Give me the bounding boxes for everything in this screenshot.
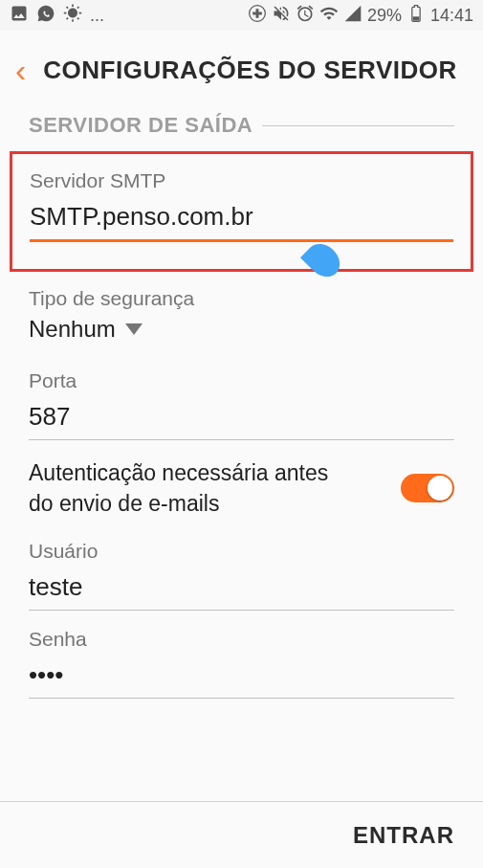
time: 14:41 xyxy=(430,6,473,26)
auth-toggle[interactable] xyxy=(401,474,454,502)
password-input[interactable] xyxy=(29,657,454,699)
footer-bar: ENTRAR xyxy=(0,801,483,868)
enter-button[interactable]: ENTRAR xyxy=(353,822,454,849)
user-label: Usuário xyxy=(29,540,454,563)
back-icon[interactable]: ‹ xyxy=(15,54,26,86)
port-input[interactable] xyxy=(29,398,454,440)
ellipsis: ... xyxy=(90,6,104,26)
status-bar: ... 29% 14:41 xyxy=(0,0,483,31)
section-header: SERVIDOR DE SAÍDA xyxy=(29,113,454,138)
status-left: ... xyxy=(10,4,104,28)
wifi-icon xyxy=(319,4,339,28)
user-input[interactable] xyxy=(29,568,454,611)
security-field: Tipo de segurança Nenhum xyxy=(29,287,454,343)
highlighted-smtp-box: Servidor SMTP xyxy=(10,151,473,272)
user-field: Usuário xyxy=(29,540,454,611)
smtp-input[interactable] xyxy=(30,198,453,242)
plus-circle-icon xyxy=(248,4,267,28)
mute-icon xyxy=(272,4,291,28)
battery-percent: 29% xyxy=(367,6,402,26)
app-header: ‹ CONFIGURAÇÕES DO SERVIDOR xyxy=(0,31,483,105)
port-field: Porta xyxy=(29,369,454,440)
svg-rect-0 xyxy=(413,16,420,20)
content: SERVIDOR DE SAÍDA Servidor SMTP Tipo de … xyxy=(0,113,483,699)
signal-icon xyxy=(343,4,362,28)
security-value: Nenhum xyxy=(29,316,116,343)
battery-icon xyxy=(406,4,426,28)
page-title: CONFIGURAÇÕES DO SERVIDOR xyxy=(43,56,456,85)
auth-label: Autenticação necessária antes do envio d… xyxy=(29,457,335,519)
toggle-knob xyxy=(428,476,452,501)
chevron-down-icon xyxy=(125,323,143,335)
text-cursor-handle[interactable] xyxy=(300,237,346,283)
alarm-icon xyxy=(296,4,315,28)
auth-row: Autenticação necessária antes do envio d… xyxy=(29,457,454,519)
picture-icon xyxy=(10,4,29,28)
whatsapp-icon xyxy=(36,4,55,28)
divider xyxy=(262,125,454,126)
port-label: Porta xyxy=(29,369,454,392)
status-right: 29% 14:41 xyxy=(248,4,473,28)
smtp-label: Servidor SMTP xyxy=(30,169,453,192)
security-label: Tipo de segurança xyxy=(29,287,454,310)
section-title: SERVIDOR DE SAÍDA xyxy=(29,113,252,138)
weather-icon xyxy=(63,4,82,28)
security-dropdown[interactable]: Nenhum xyxy=(29,316,454,343)
password-field: Senha xyxy=(29,628,454,699)
password-label: Senha xyxy=(29,628,454,651)
